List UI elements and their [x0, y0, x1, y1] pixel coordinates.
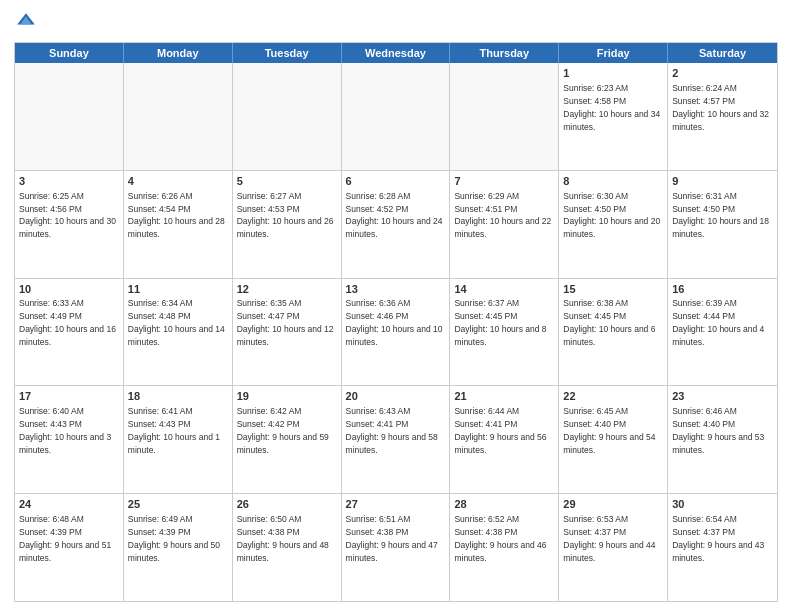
day-info: Sunrise: 6:34 AM Sunset: 4:48 PM Dayligh… — [128, 298, 227, 347]
day-number: 14 — [454, 282, 554, 297]
table-row: 6Sunrise: 6:28 AM Sunset: 4:52 PM Daylig… — [342, 171, 451, 278]
table-row: 22Sunrise: 6:45 AM Sunset: 4:40 PM Dayli… — [559, 386, 668, 493]
day-number: 16 — [672, 282, 773, 297]
table-row: 2Sunrise: 6:24 AM Sunset: 4:57 PM Daylig… — [668, 63, 777, 170]
table-row: 1Sunrise: 6:23 AM Sunset: 4:58 PM Daylig… — [559, 63, 668, 170]
day-number: 21 — [454, 389, 554, 404]
table-row — [233, 63, 342, 170]
day-number: 7 — [454, 174, 554, 189]
header — [14, 10, 778, 34]
table-row: 12Sunrise: 6:35 AM Sunset: 4:47 PM Dayli… — [233, 279, 342, 386]
day-number: 17 — [19, 389, 119, 404]
table-row: 29Sunrise: 6:53 AM Sunset: 4:37 PM Dayli… — [559, 494, 668, 601]
day-number: 26 — [237, 497, 337, 512]
day-info: Sunrise: 6:41 AM Sunset: 4:43 PM Dayligh… — [128, 406, 223, 455]
day-number: 25 — [128, 497, 228, 512]
day-header-tuesday: Tuesday — [233, 43, 342, 63]
table-row: 24Sunrise: 6:48 AM Sunset: 4:39 PM Dayli… — [15, 494, 124, 601]
calendar: SundayMondayTuesdayWednesdayThursdayFrid… — [14, 42, 778, 602]
calendar-row-3: 10Sunrise: 6:33 AM Sunset: 4:49 PM Dayli… — [15, 279, 777, 387]
table-row: 27Sunrise: 6:51 AM Sunset: 4:38 PM Dayli… — [342, 494, 451, 601]
table-row: 3Sunrise: 6:25 AM Sunset: 4:56 PM Daylig… — [15, 171, 124, 278]
day-info: Sunrise: 6:25 AM Sunset: 4:56 PM Dayligh… — [19, 191, 118, 240]
day-number: 2 — [672, 66, 773, 81]
day-info: Sunrise: 6:38 AM Sunset: 4:45 PM Dayligh… — [563, 298, 658, 347]
calendar-row-1: 1Sunrise: 6:23 AM Sunset: 4:58 PM Daylig… — [15, 63, 777, 171]
day-number: 24 — [19, 497, 119, 512]
day-number: 30 — [672, 497, 773, 512]
table-row: 13Sunrise: 6:36 AM Sunset: 4:46 PM Dayli… — [342, 279, 451, 386]
day-info: Sunrise: 6:35 AM Sunset: 4:47 PM Dayligh… — [237, 298, 336, 347]
table-row: 28Sunrise: 6:52 AM Sunset: 4:38 PM Dayli… — [450, 494, 559, 601]
day-header-saturday: Saturday — [668, 43, 777, 63]
logo — [14, 10, 42, 34]
day-number: 29 — [563, 497, 663, 512]
day-info: Sunrise: 6:51 AM Sunset: 4:38 PM Dayligh… — [346, 514, 441, 563]
table-row: 21Sunrise: 6:44 AM Sunset: 4:41 PM Dayli… — [450, 386, 559, 493]
day-info: Sunrise: 6:49 AM Sunset: 4:39 PM Dayligh… — [128, 514, 223, 563]
day-info: Sunrise: 6:36 AM Sunset: 4:46 PM Dayligh… — [346, 298, 445, 347]
table-row: 8Sunrise: 6:30 AM Sunset: 4:50 PM Daylig… — [559, 171, 668, 278]
page: SundayMondayTuesdayWednesdayThursdayFrid… — [0, 0, 792, 612]
day-header-thursday: Thursday — [450, 43, 559, 63]
table-row: 9Sunrise: 6:31 AM Sunset: 4:50 PM Daylig… — [668, 171, 777, 278]
day-info: Sunrise: 6:48 AM Sunset: 4:39 PM Dayligh… — [19, 514, 114, 563]
calendar-row-5: 24Sunrise: 6:48 AM Sunset: 4:39 PM Dayli… — [15, 494, 777, 601]
table-row: 17Sunrise: 6:40 AM Sunset: 4:43 PM Dayli… — [15, 386, 124, 493]
table-row: 25Sunrise: 6:49 AM Sunset: 4:39 PM Dayli… — [124, 494, 233, 601]
day-info: Sunrise: 6:46 AM Sunset: 4:40 PM Dayligh… — [672, 406, 767, 455]
day-number: 23 — [672, 389, 773, 404]
table-row — [342, 63, 451, 170]
day-info: Sunrise: 6:45 AM Sunset: 4:40 PM Dayligh… — [563, 406, 658, 455]
day-info: Sunrise: 6:26 AM Sunset: 4:54 PM Dayligh… — [128, 191, 227, 240]
day-number: 4 — [128, 174, 228, 189]
day-header-wednesday: Wednesday — [342, 43, 451, 63]
table-row: 26Sunrise: 6:50 AM Sunset: 4:38 PM Dayli… — [233, 494, 342, 601]
table-row — [450, 63, 559, 170]
day-info: Sunrise: 6:43 AM Sunset: 4:41 PM Dayligh… — [346, 406, 441, 455]
day-number: 5 — [237, 174, 337, 189]
day-number: 20 — [346, 389, 446, 404]
day-number: 1 — [563, 66, 663, 81]
day-number: 19 — [237, 389, 337, 404]
day-number: 12 — [237, 282, 337, 297]
calendar-body: 1Sunrise: 6:23 AM Sunset: 4:58 PM Daylig… — [15, 63, 777, 601]
day-info: Sunrise: 6:50 AM Sunset: 4:38 PM Dayligh… — [237, 514, 332, 563]
day-info: Sunrise: 6:30 AM Sunset: 4:50 PM Dayligh… — [563, 191, 662, 240]
day-number: 18 — [128, 389, 228, 404]
day-info: Sunrise: 6:40 AM Sunset: 4:43 PM Dayligh… — [19, 406, 114, 455]
day-number: 9 — [672, 174, 773, 189]
table-row: 23Sunrise: 6:46 AM Sunset: 4:40 PM Dayli… — [668, 386, 777, 493]
calendar-row-2: 3Sunrise: 6:25 AM Sunset: 4:56 PM Daylig… — [15, 171, 777, 279]
day-info: Sunrise: 6:27 AM Sunset: 4:53 PM Dayligh… — [237, 191, 336, 240]
day-number: 6 — [346, 174, 446, 189]
day-info: Sunrise: 6:28 AM Sunset: 4:52 PM Dayligh… — [346, 191, 445, 240]
table-row: 14Sunrise: 6:37 AM Sunset: 4:45 PM Dayli… — [450, 279, 559, 386]
table-row: 5Sunrise: 6:27 AM Sunset: 4:53 PM Daylig… — [233, 171, 342, 278]
day-info: Sunrise: 6:23 AM Sunset: 4:58 PM Dayligh… — [563, 83, 662, 132]
table-row: 11Sunrise: 6:34 AM Sunset: 4:48 PM Dayli… — [124, 279, 233, 386]
day-number: 22 — [563, 389, 663, 404]
day-info: Sunrise: 6:53 AM Sunset: 4:37 PM Dayligh… — [563, 514, 658, 563]
table-row: 18Sunrise: 6:41 AM Sunset: 4:43 PM Dayli… — [124, 386, 233, 493]
logo-icon — [14, 10, 38, 34]
day-info: Sunrise: 6:31 AM Sunset: 4:50 PM Dayligh… — [672, 191, 771, 240]
table-row: 15Sunrise: 6:38 AM Sunset: 4:45 PM Dayli… — [559, 279, 668, 386]
table-row — [124, 63, 233, 170]
day-number: 8 — [563, 174, 663, 189]
day-info: Sunrise: 6:52 AM Sunset: 4:38 PM Dayligh… — [454, 514, 549, 563]
calendar-row-4: 17Sunrise: 6:40 AM Sunset: 4:43 PM Dayli… — [15, 386, 777, 494]
day-header-sunday: Sunday — [15, 43, 124, 63]
table-row: 4Sunrise: 6:26 AM Sunset: 4:54 PM Daylig… — [124, 171, 233, 278]
day-number: 10 — [19, 282, 119, 297]
table-row: 19Sunrise: 6:42 AM Sunset: 4:42 PM Dayli… — [233, 386, 342, 493]
day-number: 15 — [563, 282, 663, 297]
table-row: 7Sunrise: 6:29 AM Sunset: 4:51 PM Daylig… — [450, 171, 559, 278]
day-header-monday: Monday — [124, 43, 233, 63]
table-row: 30Sunrise: 6:54 AM Sunset: 4:37 PM Dayli… — [668, 494, 777, 601]
day-number: 27 — [346, 497, 446, 512]
day-number: 11 — [128, 282, 228, 297]
day-info: Sunrise: 6:33 AM Sunset: 4:49 PM Dayligh… — [19, 298, 118, 347]
day-info: Sunrise: 6:37 AM Sunset: 4:45 PM Dayligh… — [454, 298, 549, 347]
day-number: 13 — [346, 282, 446, 297]
